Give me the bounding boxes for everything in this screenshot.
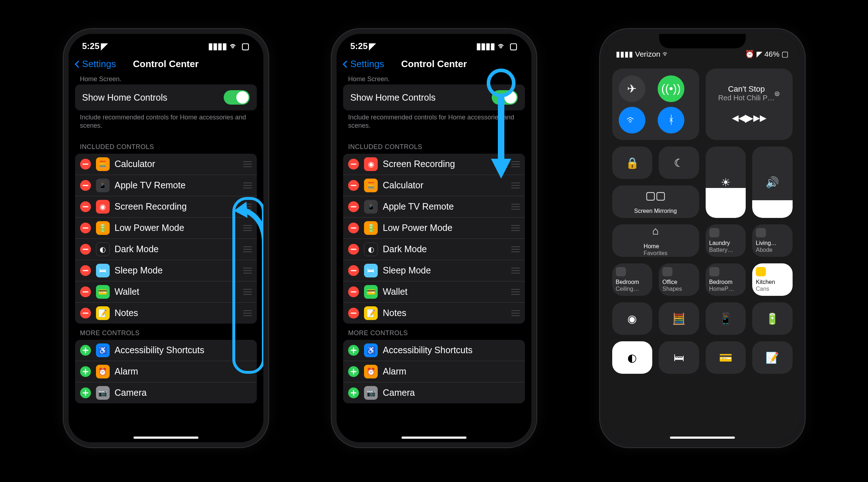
list-item[interactable]: ◉Screen Recording xyxy=(343,154,525,175)
remove-button[interactable] xyxy=(348,308,359,319)
remove-button[interactable] xyxy=(80,286,91,297)
list-item[interactable]: ◐Dark Mode xyxy=(343,239,525,260)
back-button[interactable]: Settings xyxy=(344,58,384,70)
tv-remote-button[interactable]: 📱 xyxy=(706,302,746,335)
list-item[interactable]: 📝Notes xyxy=(343,303,525,324)
accessory-bedroom-homepod[interactable]: BedroomHomeP… xyxy=(706,263,746,296)
reorder-grip[interactable] xyxy=(511,161,520,167)
add-button[interactable] xyxy=(80,387,91,398)
list-item[interactable]: 📱Apple TV Remote xyxy=(75,175,257,196)
airplay-icon[interactable]: ◎ xyxy=(775,90,780,97)
show-home-controls-row[interactable]: Show Home Controls xyxy=(75,84,257,110)
remove-button[interactable] xyxy=(80,223,91,233)
accessory-laundry[interactable]: LaundryBattery… xyxy=(706,224,746,257)
list-item[interactable]: 🛏Sleep Mode xyxy=(343,260,525,281)
list-item[interactable]: 📷Camera xyxy=(75,382,257,403)
content[interactable]: Home Screen. Show Home Controls Include … xyxy=(69,74,263,403)
sleep-mode-button[interactable]: 🛏 xyxy=(659,341,699,374)
remove-button[interactable] xyxy=(348,286,359,297)
reorder-grip[interactable] xyxy=(511,183,520,188)
brightness-slider[interactable]: ☀ xyxy=(706,146,746,218)
home-favorites-button[interactable]: ⌂ HomeFavorites xyxy=(612,224,699,257)
rewind-button[interactable]: ◀◀ xyxy=(732,113,745,123)
remove-button[interactable] xyxy=(80,201,91,212)
add-button[interactable] xyxy=(80,366,91,377)
list-item[interactable]: ♿Accessibility Shortcuts xyxy=(343,340,525,361)
toggle-switch[interactable] xyxy=(224,90,250,105)
list-item[interactable]: 📱Apple TV Remote xyxy=(343,196,525,218)
content[interactable]: Home Screen. Show Home Controls Include … xyxy=(337,74,531,403)
list-item[interactable]: 🧮Calculator xyxy=(343,175,525,196)
accessory-bedroom-ceiling[interactable]: BedroomCeiling… xyxy=(612,263,653,296)
remove-button[interactable] xyxy=(348,223,359,233)
show-home-controls-row[interactable]: Show Home Controls xyxy=(343,84,525,110)
list-item[interactable]: 🛏Sleep Mode xyxy=(75,260,257,281)
airplane-mode-button[interactable]: ✈︎ xyxy=(619,75,645,102)
list-item[interactable]: ◐Dark Mode xyxy=(75,239,257,260)
reorder-grip[interactable] xyxy=(511,225,520,231)
accessory-kitchen[interactable]: KitchenCans xyxy=(752,263,793,296)
connectivity-module[interactable]: ✈︎ ((•)) ᯤ ᚼ xyxy=(612,69,699,140)
list-item[interactable]: ◉Screen Recording xyxy=(75,196,257,218)
calculator-button[interactable]: 🧮 xyxy=(659,302,699,335)
reorder-grip[interactable] xyxy=(243,225,252,231)
control-center-screen[interactable]: ▮▮▮▮ Verizon ᯤ ⏰ ◤ 46% ▢ ✈︎ ((•)) ᯤ ᚼ Ca… xyxy=(605,34,800,442)
reorder-grip[interactable] xyxy=(243,246,252,252)
add-button[interactable] xyxy=(80,345,91,356)
accessory-living[interactable]: Living…Abode xyxy=(752,224,793,257)
media-module[interactable]: Can't Stop Red Hot Chili P… ◎ ◀◀ ▶ ▶▶ xyxy=(706,69,793,140)
low-power-button[interactable]: 🔋 xyxy=(752,302,793,335)
list-item[interactable]: 📷Camera xyxy=(343,382,525,403)
toggle-switch[interactable] xyxy=(492,90,518,105)
notes-button[interactable]: 📝 xyxy=(752,341,793,374)
reorder-grip[interactable] xyxy=(243,268,252,273)
volume-slider[interactable]: 🔊 xyxy=(752,146,793,218)
reorder-grip[interactable] xyxy=(243,204,252,210)
screen-mirroring-button[interactable]: ▢▢ Screen Mirroring xyxy=(612,185,699,218)
cellular-button[interactable]: ((•)) xyxy=(658,75,684,102)
list-item[interactable]: 🔋Low Power Mode xyxy=(343,218,525,239)
home-indicator[interactable] xyxy=(133,437,198,439)
reorder-grip[interactable] xyxy=(243,161,252,167)
add-button[interactable] xyxy=(348,366,359,377)
list-item[interactable]: 📝Notes xyxy=(75,303,257,324)
remove-button[interactable] xyxy=(80,244,91,255)
back-button[interactable]: Settings xyxy=(76,58,116,70)
forward-button[interactable]: ▶▶ xyxy=(753,113,766,123)
do-not-disturb-button[interactable]: ☾ xyxy=(659,146,699,179)
list-item[interactable]: ⏰Alarm xyxy=(75,361,257,382)
reorder-grip[interactable] xyxy=(511,289,520,295)
list-item[interactable]: ⏰Alarm xyxy=(343,361,525,382)
accessory-office[interactable]: OfficeShapes xyxy=(659,263,699,296)
add-button[interactable] xyxy=(348,345,359,356)
home-indicator[interactable] xyxy=(670,437,735,439)
bluetooth-button[interactable]: ᚼ xyxy=(658,107,684,133)
list-item[interactable]: 🧮Calculator xyxy=(75,154,257,175)
remove-button[interactable] xyxy=(348,265,359,276)
remove-button[interactable] xyxy=(80,159,91,170)
remove-button[interactable] xyxy=(348,180,359,191)
screen-recording-button[interactable]: ◉ xyxy=(612,302,653,335)
list-item[interactable]: 💳Wallet xyxy=(343,281,525,303)
wallet-button[interactable]: 💳 xyxy=(706,341,746,374)
add-button[interactable] xyxy=(348,387,359,398)
play-button[interactable]: ▶ xyxy=(745,111,753,124)
remove-button[interactable] xyxy=(80,265,91,276)
reorder-grip[interactable] xyxy=(243,310,252,316)
dark-mode-button[interactable]: ◐ xyxy=(612,341,653,374)
reorder-grip[interactable] xyxy=(511,310,520,316)
list-item[interactable]: 💳Wallet xyxy=(75,281,257,303)
reorder-grip[interactable] xyxy=(511,268,520,273)
remove-button[interactable] xyxy=(348,159,359,170)
list-item[interactable]: ♿Accessibility Shortcuts xyxy=(75,340,257,361)
reorder-grip[interactable] xyxy=(243,289,252,295)
reorder-grip[interactable] xyxy=(511,204,520,210)
reorder-grip[interactable] xyxy=(511,246,520,252)
reorder-grip[interactable] xyxy=(243,183,252,188)
remove-button[interactable] xyxy=(80,180,91,191)
rotation-lock-button[interactable]: 🔒 xyxy=(612,146,653,179)
list-item[interactable]: 🔋Low Power Mode xyxy=(75,218,257,239)
remove-button[interactable] xyxy=(80,308,91,319)
wifi-button[interactable]: ᯤ xyxy=(619,107,645,133)
remove-button[interactable] xyxy=(348,201,359,212)
